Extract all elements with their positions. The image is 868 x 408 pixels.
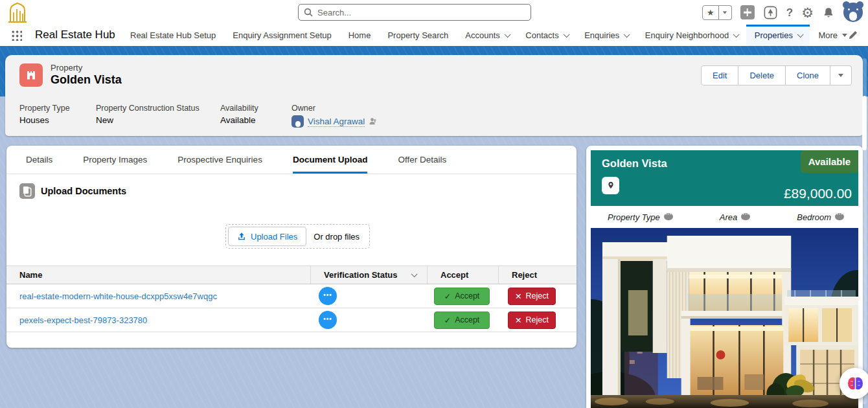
field-owner: Owner Vishal Agrawal xyxy=(291,104,377,128)
search-icon xyxy=(304,8,313,17)
section-title: Upload Documents xyxy=(41,186,126,196)
nav-tab-contacts[interactable]: Contacts xyxy=(517,25,576,46)
clone-button[interactable]: Clone xyxy=(786,65,830,85)
chevron-down-icon xyxy=(564,31,569,37)
field-construction-status: Property Construction Status New xyxy=(96,104,200,125)
global-actions-icon[interactable] xyxy=(740,5,755,19)
availability-badge: Available xyxy=(801,150,858,173)
chevron-down-icon[interactable] xyxy=(411,271,417,277)
x-icon: ✕ xyxy=(515,291,521,301)
property-photo xyxy=(591,228,858,408)
drop-files-hint: Or drop files xyxy=(314,232,360,242)
app-name: Real Estate Hub xyxy=(35,28,115,41)
attribute-area: Area xyxy=(720,212,750,222)
attribute-bedroom: Bedroom xyxy=(797,212,844,222)
record-actions: Edit Delete Clone xyxy=(701,65,852,85)
column-header-reject[interactable]: Reject xyxy=(499,266,577,284)
search-input[interactable] xyxy=(317,8,525,17)
table-header-row: Name Verification Status Accept Reject xyxy=(6,266,577,284)
tab-details[interactable]: Details xyxy=(26,146,52,174)
check-icon: ✓ xyxy=(444,291,451,301)
entity-label: Property xyxy=(51,63,82,73)
nav-tab-enquiry-assignment-setup[interactable]: Enquiry Assignment Setup xyxy=(224,25,339,46)
user-avatar[interactable] xyxy=(843,3,863,22)
comment-icon xyxy=(664,213,673,221)
company-logo-icon xyxy=(5,1,30,27)
more-actions-button[interactable] xyxy=(830,65,852,85)
change-owner-icon[interactable] xyxy=(369,117,377,126)
reject-button[interactable]: ✕ Reject xyxy=(508,288,556,305)
owner-link[interactable]: Vishal Agrawal xyxy=(308,117,365,127)
uploaded-files-table: Name Verification Status Accept Reject r… xyxy=(6,266,577,332)
nav-tab-enquiry-neighborhood[interactable]: Enquiry Neighborhood xyxy=(637,25,746,46)
favorites-dropdown-icon[interactable] xyxy=(719,5,732,20)
tab-offer-details[interactable]: Offer Details xyxy=(398,146,446,174)
x-icon: ✕ xyxy=(515,315,521,325)
comment-icon xyxy=(741,213,750,221)
table-row: pexels-expect-best-79873-323780 ••• ✓ Ac… xyxy=(6,308,577,332)
property-price: £89,000.00 xyxy=(784,186,852,201)
tab-property-images[interactable]: Property Images xyxy=(83,146,147,174)
property-entity-icon xyxy=(19,63,43,87)
delete-button[interactable]: Delete xyxy=(738,65,786,85)
property-card-header: Golden Vista Available £89,000.00 xyxy=(591,150,858,206)
reject-button[interactable]: ✕ Reject xyxy=(508,312,556,329)
notifications-bell-icon[interactable] xyxy=(822,6,835,19)
ai-assistant-button[interactable] xyxy=(839,368,868,399)
documents-icon xyxy=(19,183,35,199)
nav-tab-properties[interactable]: Properties xyxy=(746,25,810,46)
guidance-center-icon[interactable] xyxy=(763,5,778,20)
property-attributes: Property Type Area Bedroom xyxy=(591,206,858,228)
verification-status-menu-icon[interactable]: ••• xyxy=(319,287,337,305)
check-icon: ✓ xyxy=(444,315,451,325)
nav-tab-real-estate-hub-setup[interactable]: Real Estate Hub Setup xyxy=(122,25,224,46)
accept-button[interactable]: ✓ Accept xyxy=(434,312,490,329)
nav-tab-accounts[interactable]: Accounts xyxy=(457,25,517,46)
verification-status-menu-icon[interactable]: ••• xyxy=(319,311,337,329)
chevron-down-icon xyxy=(505,31,510,37)
record-header-card: Property Golden Vista Edit Delete Clone … xyxy=(5,55,863,136)
tab-document-upload[interactable]: Document Upload xyxy=(293,146,368,174)
edit-button[interactable]: Edit xyxy=(701,65,738,85)
chevron-down-icon xyxy=(624,31,630,37)
upload-icon xyxy=(237,232,246,241)
file-name-link[interactable]: real-estate-modern-white-house-dcxpp5xsw… xyxy=(6,291,311,301)
app-launcher-icon[interactable] xyxy=(11,30,22,41)
chevron-down-icon xyxy=(797,31,803,37)
field-availability: Availability Available xyxy=(220,104,258,125)
edit-navigation-pencil-icon[interactable] xyxy=(848,30,858,40)
property-card-title: Golden Vista xyxy=(602,157,667,170)
record-tabs: Details Property Images Prospective Enqu… xyxy=(6,146,577,174)
brain-icon xyxy=(847,375,864,392)
table-row: real-estate-modern-white-house-dcxpp5xsw… xyxy=(6,284,577,308)
file-name-link[interactable]: pexels-expect-best-79873-323780 xyxy=(6,315,311,325)
column-header-name[interactable]: Name xyxy=(6,266,311,284)
field-property-type: Property Type Houses xyxy=(19,104,70,125)
column-header-accept[interactable]: Accept xyxy=(428,266,499,284)
comment-icon xyxy=(835,213,844,221)
accept-button[interactable]: ✓ Accept xyxy=(434,288,490,305)
more-caret-icon xyxy=(842,34,847,37)
nav-tab-home[interactable]: Home xyxy=(340,25,380,46)
location-pin-icon[interactable] xyxy=(602,177,619,194)
record-detail-card: Details Property Images Prospective Enqu… xyxy=(6,146,577,348)
tab-prospective-enquiries[interactable]: Prospective Enquiries xyxy=(177,146,262,174)
favorites-star-icon[interactable]: ★ xyxy=(702,5,719,20)
page-scrollbar-thumb[interactable] xyxy=(862,96,867,150)
property-summary-card: Golden Vista Available £89,000.00 Proper… xyxy=(586,146,863,408)
owner-avatar xyxy=(291,115,304,128)
column-header-verification-status[interactable]: Verification Status xyxy=(311,266,428,284)
attribute-property-type: Property Type xyxy=(608,212,673,222)
setup-gear-icon[interactable]: ⚙ xyxy=(801,6,814,19)
nav-tab-property-search[interactable]: Property Search xyxy=(379,25,457,46)
favorites-control: ★ xyxy=(702,5,732,20)
global-search[interactable] xyxy=(298,4,531,21)
help-icon[interactable]: ? xyxy=(786,7,793,18)
utility-bar: ★ ? ⚙ xyxy=(0,0,868,25)
app-navigation-bar: Real Estate Hub Real Estate Hub Setup En… xyxy=(0,25,868,46)
upload-files-button[interactable]: Upload Files xyxy=(228,227,306,246)
nav-tab-enquiries[interactable]: Enquiries xyxy=(576,25,637,46)
file-drop-zone[interactable]: Upload Files Or drop files xyxy=(225,224,370,249)
chevron-down-icon xyxy=(733,31,739,37)
record-title: Golden Vista xyxy=(51,73,122,87)
